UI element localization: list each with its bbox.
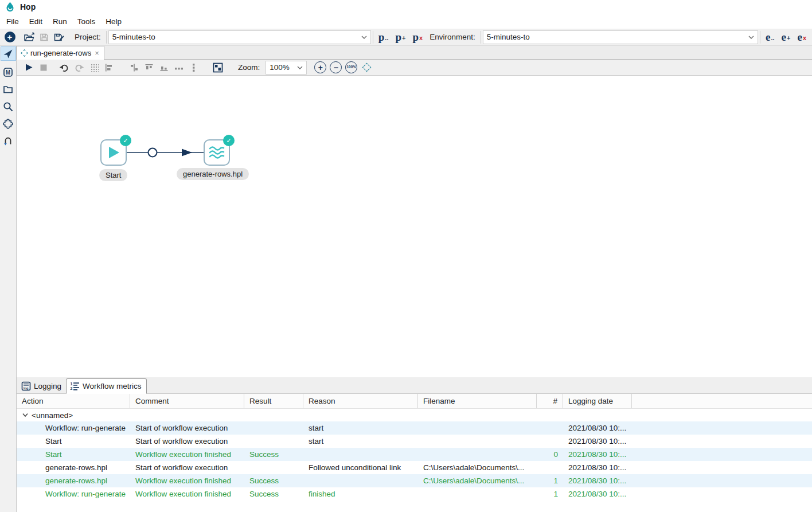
align-top-button[interactable] <box>142 61 157 75</box>
distribute-horizontal-button[interactable] <box>171 61 186 75</box>
perspective-data-orchestration[interactable] <box>1 46 16 61</box>
divider <box>106 31 107 44</box>
col-action[interactable]: Action <box>17 394 130 408</box>
chevron-down-icon <box>297 66 303 69</box>
col-result[interactable]: Result <box>244 394 303 408</box>
menu-run[interactable]: Run <box>49 15 71 28</box>
perspective-bar: M <box>0 46 17 512</box>
col-reason[interactable]: Reason <box>303 394 418 408</box>
col-filler <box>632 394 812 408</box>
tree-root-label: <unnamed> <box>32 411 73 420</box>
hop-logo-icon <box>5 2 15 13</box>
title-bar: Hop <box>0 0 812 14</box>
menu-file[interactable]: File <box>2 15 23 28</box>
workflow-file-icon <box>21 49 28 57</box>
environment-label: Environment: <box>426 33 479 41</box>
folder-icon <box>3 84 13 95</box>
workflow-metrics-table: Action Comment Result Reason Filename # … <box>17 394 812 512</box>
project-combo[interactable]: 5-minutes-to <box>108 30 371 44</box>
paper-plane-icon <box>3 49 13 59</box>
table-row[interactable]: generate-rows.hpl Workflow execution fin… <box>17 474 812 487</box>
project-add-button[interactable]: p+ <box>395 32 405 42</box>
perspective-file-explorer[interactable] <box>1 82 16 96</box>
pipeline-waves-icon <box>208 144 225 161</box>
tab-run-generate-rows[interactable]: run-generate-rows × <box>17 46 104 60</box>
col-comment[interactable]: Comment <box>130 394 244 408</box>
workflow-hop-connector <box>126 144 207 161</box>
table-row[interactable]: generate-rows.hpl Start of workflow exec… <box>17 461 812 474</box>
environment-delete-button[interactable]: ex <box>797 32 806 42</box>
zoom-fit-button[interactable] <box>362 63 372 72</box>
menu-bar: File Edit Run Tools Help <box>0 14 812 29</box>
zoom-in-button[interactable]: + <box>314 61 326 73</box>
perspective-hop-icon-button[interactable] <box>1 134 16 148</box>
play-icon <box>25 63 33 72</box>
execution-results-panel: log Logging 1 2 Workflow metrics <box>17 377 812 512</box>
new-button[interactable]: + <box>2 30 17 44</box>
perspective-plugins[interactable] <box>1 116 16 131</box>
tab-workflow-metrics[interactable]: 1 2 Workflow metrics <box>66 378 147 394</box>
align-bottom-button[interactable] <box>157 61 171 75</box>
success-check-icon: ✓ <box>120 135 131 146</box>
node-label-generate-rows[interactable]: generate-rows.hpl <box>177 168 249 180</box>
environment-combo[interactable]: 5-minutes-to <box>483 30 758 44</box>
close-icon[interactable]: × <box>95 49 99 57</box>
distribute-horizontal-icon <box>174 63 184 72</box>
perspective-search[interactable] <box>1 99 16 114</box>
align-center-button[interactable] <box>127 61 142 75</box>
start-play-icon <box>106 145 121 160</box>
save-as-button[interactable] <box>52 30 67 44</box>
align-bottom-icon <box>159 63 169 72</box>
align-left-icon <box>104 63 114 72</box>
open-file-button[interactable] <box>22 30 37 44</box>
snap-to-grid-button[interactable] <box>87 61 102 75</box>
col-logging-date[interactable]: Logging date <box>563 394 632 408</box>
perspective-metadata[interactable]: M <box>1 65 16 79</box>
menu-tools[interactable]: Tools <box>73 15 100 28</box>
tab-logging[interactable]: log Logging <box>18 380 66 393</box>
stop-button[interactable] <box>36 61 51 75</box>
save-button[interactable] <box>37 30 52 44</box>
divider <box>373 31 373 44</box>
logging-icon: log <box>21 381 31 391</box>
search-icon <box>3 101 13 112</box>
environment-edit-button[interactable]: e.. <box>766 32 775 42</box>
folder-open-icon <box>24 32 35 42</box>
menu-edit[interactable]: Edit <box>25 15 46 28</box>
zoom-combo[interactable]: 100% <box>266 61 307 75</box>
distribute-vertical-icon <box>189 63 198 72</box>
puzzle-icon <box>3 119 13 129</box>
project-edit-button[interactable]: p.. <box>378 32 389 42</box>
workflow-canvas[interactable]: ✓ Start ✓ generate-rows.hpl <box>17 76 812 377</box>
table-row[interactable]: Workflow: run-generate Start of workflow… <box>17 421 812 435</box>
tree-root-row[interactable]: <unnamed> <box>17 409 812 421</box>
metrics-list-icon: 1 2 <box>70 381 80 391</box>
undo-button[interactable] <box>57 61 72 75</box>
zoom-combo-value: 100% <box>270 63 294 72</box>
preview-button[interactable] <box>210 61 225 75</box>
node-label-start[interactable]: Start <box>99 169 127 181</box>
redo-button[interactable] <box>72 61 87 75</box>
save-icon <box>39 32 49 42</box>
environment-combo-value: 5-minutes-to <box>487 33 745 41</box>
col-number[interactable]: # <box>537 394 563 408</box>
table-row[interactable]: Start Start of workflow execution start … <box>17 435 812 448</box>
align-left-button[interactable] <box>102 61 116 75</box>
file-tab-bar: run-generate-rows × <box>17 46 812 60</box>
distribute-vertical-button[interactable] <box>186 61 201 75</box>
stop-icon <box>40 64 47 71</box>
grid-icon <box>90 63 99 72</box>
menu-help[interactable]: Help <box>102 15 126 28</box>
project-delete-button[interactable]: px <box>413 32 423 42</box>
metadata-icon: M <box>3 67 13 77</box>
zoom-out-button[interactable]: − <box>330 61 342 73</box>
col-filename[interactable]: Filename <box>418 394 537 408</box>
canvas-toolbar: Zoom: 100% + − 100% <box>17 60 812 76</box>
zoom-reset-button[interactable]: 100% <box>345 61 357 73</box>
environment-add-button[interactable]: e+ <box>782 32 791 42</box>
table-row[interactable]: Workflow: run-generate Workflow executio… <box>17 487 812 501</box>
run-button[interactable] <box>21 61 36 75</box>
svg-text:1: 1 <box>71 382 73 386</box>
chevron-down-icon <box>748 36 754 39</box>
table-row[interactable]: Start Workflow execution finished Succes… <box>17 448 812 461</box>
